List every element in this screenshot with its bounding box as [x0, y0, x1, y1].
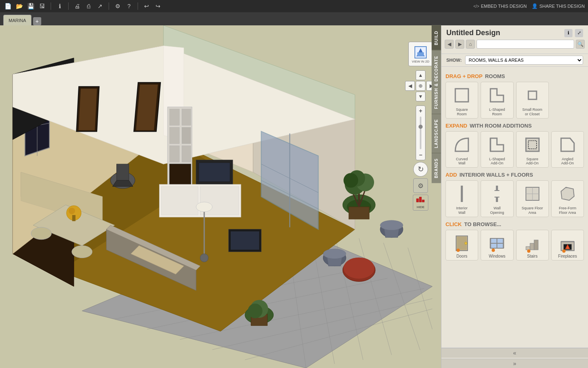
- svg-rect-88: [231, 231, 259, 250]
- wall-opening-item[interactable]: WallOpening: [481, 180, 513, 217]
- help-icon[interactable]: ?: [125, 2, 134, 11]
- new-icon[interactable]: 📄: [3, 2, 12, 11]
- l-shaped-room-label: L-ShapedRoom: [489, 108, 505, 117]
- l-shaped-room-item[interactable]: L-ShapedRoom: [481, 82, 513, 119]
- print-icon[interactable]: 🖨: [73, 2, 82, 11]
- tab-label: MARINA: [9, 18, 26, 23]
- svg-point-76: [380, 220, 403, 230]
- curved-wall-label: CurvedWall: [456, 157, 468, 166]
- angled-addon-item[interactable]: AngledAdd-On: [551, 131, 584, 168]
- small-room-icon: [522, 85, 543, 106]
- rotate-button[interactable]: ↻: [413, 162, 428, 177]
- panel-forward-button[interactable]: ▶: [455, 40, 464, 49]
- open-icon[interactable]: 📂: [15, 2, 24, 11]
- svg-point-56: [200, 254, 208, 262]
- svg-point-114: [465, 242, 467, 245]
- redo-button[interactable]: ↪: [154, 2, 163, 11]
- freeform-floor-icon: [557, 183, 578, 204]
- furnish-tab[interactable]: FURNISH & DECORATE: [432, 50, 441, 114]
- hide-button[interactable]: HIDE: [413, 195, 428, 211]
- svg-marker-111: [561, 187, 574, 200]
- divider-1: [51, 2, 51, 10]
- freeform-floor-item[interactable]: Free-FormFloor Area: [551, 180, 584, 217]
- view-2d-button[interactable]: VIEW IN 2D: [408, 42, 433, 66]
- square-floor-icon: [522, 183, 543, 204]
- svg-rect-28: [78, 89, 97, 130]
- nav-down-button[interactable]: ▼: [416, 92, 425, 101]
- square-floor-item[interactable]: Square FloorArea: [516, 180, 549, 217]
- expand-grid: CurvedWall L-ShapedAdd-On: [445, 131, 584, 168]
- browse-section-header: CLICK TO BROWSE...: [445, 221, 584, 227]
- svg-rect-123: [530, 243, 534, 250]
- svg-point-55: [196, 202, 212, 212]
- square-addon-label: SquareAdd-On: [526, 157, 539, 166]
- l-shaped-addon-item[interactable]: L-ShapedAdd-On: [481, 131, 513, 168]
- show-select[interactable]: ROOMS, WALLS & AREASFURNITUREFULL VIEW: [465, 56, 583, 65]
- interior-section-header: ADD INTERIOR WALLS + FLOORS: [445, 172, 584, 178]
- save-icon[interactable]: 💾: [26, 2, 35, 11]
- settings-button[interactable]: ⚙: [413, 178, 428, 193]
- panel-home-button[interactable]: ⌂: [466, 40, 475, 49]
- canvas-area[interactable]: VIEW IN 2D ◀ ▲ ⊕ ▼ ▶ + − ↻ ⚙: [0, 25, 441, 368]
- embed-button[interactable]: </> EMBED THIS DESIGN: [473, 4, 527, 9]
- doors-item[interactable]: Doors: [445, 230, 478, 260]
- square-room-label: SquareRoom: [456, 108, 468, 117]
- small-room-item[interactable]: Small Roomor Closet: [516, 82, 549, 119]
- divider-4: [138, 2, 138, 10]
- interior-title-gray: INTERIOR WALLS + FLOORS: [459, 172, 533, 178]
- zoom-in-button[interactable]: +: [416, 107, 425, 115]
- stairs-item[interactable]: Stairs: [516, 230, 549, 260]
- add-tab-button[interactable]: +: [33, 17, 41, 25]
- panel-search-button[interactable]: 🔍: [576, 40, 585, 49]
- curved-wall-item[interactable]: CurvedWall: [445, 131, 478, 168]
- svg-rect-95: [455, 89, 468, 102]
- info-icon[interactable]: ℹ: [55, 2, 64, 11]
- svg-point-49: [31, 227, 51, 240]
- fireplaces-icon: [557, 233, 578, 254]
- panel-title: Untitled Design: [446, 29, 500, 37]
- panel-info-icon[interactable]: ℹ: [564, 29, 572, 37]
- marina-tab[interactable]: MARINA: [3, 15, 31, 25]
- interior-wall-item[interactable]: InteriorWall: [445, 180, 478, 217]
- interior-wall-label: InteriorWall: [456, 206, 468, 215]
- panel-expand-icon[interactable]: ⤢: [575, 29, 583, 37]
- save-as-icon[interactable]: 🖫: [38, 2, 47, 11]
- windows-item[interactable]: Windows: [481, 230, 513, 260]
- zoom-out-button[interactable]: −: [416, 151, 425, 159]
- panel-back-button[interactable]: ◀: [445, 40, 454, 49]
- svg-point-121: [492, 249, 495, 252]
- freeform-floor-label: Free-FormFloor Area: [559, 206, 577, 215]
- build-tab[interactable]: BUILD: [432, 25, 441, 50]
- nav-center-button[interactable]: ⊕: [416, 81, 425, 91]
- svg-rect-33: [182, 127, 191, 144]
- panel-content: DRAG + DROP ROOMS SquareRoom: [441, 67, 588, 348]
- drag-drop-title-gray: ROOMS: [485, 73, 505, 79]
- windows-icon: [486, 233, 508, 254]
- square-room-item[interactable]: SquareRoom: [445, 82, 478, 119]
- collapse-up-button[interactable]: «: [441, 348, 588, 358]
- nav-up-button[interactable]: ▲: [416, 70, 425, 80]
- undo-button[interactable]: ↩: [142, 2, 151, 11]
- toolbar-right: </> EMBED THIS DESIGN 👤 SHARE THIS DESIG…: [473, 3, 585, 9]
- svg-rect-35: [182, 146, 191, 162]
- share-button[interactable]: 👤 SHARE THIS DESIGN: [532, 3, 585, 9]
- collapse-down-button[interactable]: »: [441, 359, 588, 368]
- svg-rect-46: [117, 164, 129, 182]
- stairs-label: Stairs: [527, 254, 538, 258]
- export-icon[interactable]: ↗: [96, 2, 105, 11]
- svg-rect-32: [169, 127, 179, 144]
- zoom-slider[interactable]: [420, 117, 421, 149]
- fireplaces-item[interactable]: Fireplaces: [551, 230, 584, 260]
- svg-rect-93: [419, 197, 421, 202]
- svg-point-50: [72, 246, 92, 258]
- svg-rect-63: [349, 207, 369, 219]
- landscape-tab[interactable]: LANDSCAPE: [432, 114, 441, 153]
- square-addon-item[interactable]: SquareAdd-On: [516, 131, 549, 168]
- settings-icon[interactable]: ⚙: [113, 2, 122, 11]
- panel-search-input[interactable]: [477, 40, 574, 49]
- nav-left-button[interactable]: ◀: [405, 81, 415, 91]
- panel-nav-row: ◀ ▶ ⌂ 🔍: [441, 39, 588, 49]
- right-panel: Untitled Design ℹ ⤢ ◀ ▶ ⌂ 🔍 SHOW: ROOMS,…: [441, 25, 588, 368]
- brands-tab[interactable]: BRANDS: [432, 153, 441, 183]
- print2-icon[interactable]: ⎙: [84, 2, 93, 11]
